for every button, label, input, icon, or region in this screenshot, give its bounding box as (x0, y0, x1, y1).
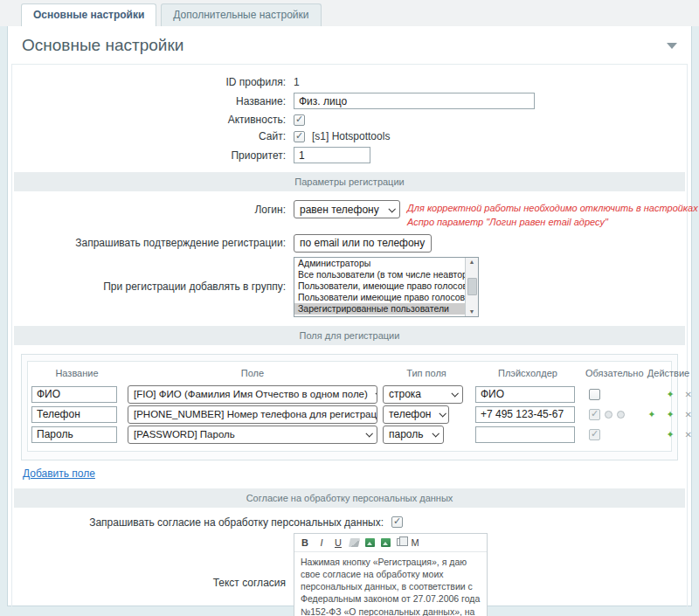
field-name-input[interactable] (31, 406, 117, 423)
field-code-select[interactable]: [PASSWORD] Пароль (128, 426, 377, 444)
scroll-up-icon[interactable]: ▲ (469, 259, 475, 266)
field-code-value: [FIO] ФИО (Фамилия Имя Отчество в одном … (134, 389, 368, 399)
field-code-select[interactable]: [PHONE_NUMBER] Номер телефона для регист… (128, 405, 377, 424)
site-value: [s1] Hotspottools (312, 130, 390, 142)
priority-input[interactable] (294, 147, 370, 163)
scroll-down-icon[interactable]: ▼ (469, 308, 475, 315)
add-field-icon[interactable]: ✦ (666, 389, 674, 400)
consent-text-area[interactable]: Нажимая кнопку «Регистрация», я даю свое… (294, 551, 487, 616)
field-name-input[interactable] (31, 386, 117, 403)
fields-table-panel: Название Поле Тип поля Плэйсхолдер Обяза… (21, 354, 678, 460)
priority-label: Приоритет: (12, 149, 294, 162)
form-body: ID профиля: 1 Название: Активность: Сайт… (11, 64, 688, 616)
field-type-value: пароль (389, 428, 424, 440)
field-code-select[interactable]: [FIO] ФИО (Фамилия Имя Отчество в одном … (128, 385, 377, 404)
chevron-down-icon (439, 410, 446, 417)
ask-consent-checkbox[interactable] (391, 516, 403, 528)
delete-field-icon[interactable]: ✕ (685, 390, 692, 399)
col-field: Поле (128, 368, 377, 378)
profile-id-value: 1 (294, 76, 300, 88)
field-placeholder-input[interactable] (475, 426, 575, 443)
scrollbar-thumb[interactable] (467, 278, 477, 295)
table-row: [PHONE_NUMBER] Номер телефона для регист… (31, 405, 668, 424)
required-checkbox[interactable] (589, 409, 600, 420)
field-type-value: телефон (389, 408, 432, 420)
chevron-down-icon (375, 390, 377, 397)
add-field-icon[interactable]: ✦ (647, 409, 655, 420)
required-checkbox[interactable] (589, 429, 600, 440)
insert-video-icon[interactable] (381, 538, 391, 547)
section-consent: Согласие на обработку персональных данны… (14, 488, 685, 508)
underline-button[interactable]: U (333, 537, 343, 548)
login-select-value: равен телефону (300, 204, 379, 216)
profile-id-label: ID профиля: (12, 76, 294, 88)
groups-listbox[interactable]: Администраторы Все пользователи (в том ч… (294, 257, 479, 317)
collapse-arrow-icon[interactable] (667, 43, 677, 49)
editor-toolbar: B I U M (294, 534, 487, 551)
section-registration-fields: Поля для регистрации (14, 326, 685, 345)
col-placeholder: Плэйсхолдер (475, 368, 580, 378)
group-option[interactable]: Пользователи, имеющие право голосовать з… (294, 280, 465, 292)
active-checkbox[interactable] (294, 114, 305, 126)
confirm-registration-label: Запрашивать подтверждение регистрации: (12, 237, 294, 249)
field-type-select[interactable]: пароль (383, 426, 444, 444)
insert-image-icon[interactable] (365, 538, 375, 547)
col-action: Действие (640, 368, 697, 378)
page-title: Основные настройки (22, 36, 183, 55)
clear-format-icon[interactable] (349, 538, 360, 547)
copy-icon[interactable] (397, 538, 404, 546)
groups-label: При регистрации добавлять в группу: (12, 280, 294, 293)
field-type-select[interactable]: строка (383, 385, 463, 404)
chevron-down-icon (365, 430, 372, 437)
italic-button[interactable]: I (316, 537, 327, 548)
name-input[interactable] (294, 93, 535, 109)
delete-field-icon[interactable]: ✕ (685, 410, 692, 419)
phone-option-radio[interactable] (617, 411, 625, 419)
field-type-select[interactable]: телефон (383, 405, 449, 424)
consent-text-label: Текст согласия (12, 577, 294, 589)
col-required: Обязательно (585, 368, 634, 378)
field-code-value: [PHONE_NUMBER] Номер телефона для регист… (134, 409, 377, 419)
name-label: Название: (12, 95, 294, 107)
delete-field-icon[interactable]: ✕ (685, 430, 692, 440)
phone-option-radio[interactable] (605, 411, 612, 419)
login-warning-note: Для корректной работы необходимо отключи… (407, 200, 699, 230)
table-row: [FIO] ФИО (Фамилия Имя Отчество в одном … (31, 385, 668, 404)
field-placeholder-input[interactable] (475, 406, 575, 423)
col-name: Название (31, 368, 122, 378)
tab-additional-settings[interactable]: Дополнительные настройки (161, 3, 321, 26)
chevron-down-icon (432, 430, 439, 437)
group-option[interactable]: Пользователи имеющие право голосовать за… (294, 292, 465, 303)
confirm-registration-select[interactable]: по email или по телефону (294, 234, 432, 253)
group-option[interactable]: Все пользователи (в том числе неавторизо… (294, 269, 465, 280)
login-label: Логин: (12, 200, 294, 216)
consent-text-editor: B I U M Нажимая кнопку «Регистрация», я … (294, 533, 488, 616)
add-field-icon[interactable]: ✦ (666, 429, 674, 440)
active-label: Активность: (12, 114, 294, 126)
field-placeholder-input[interactable] (475, 386, 575, 403)
login-select[interactable]: равен телефону (294, 200, 400, 218)
bold-button[interactable]: B (300, 537, 310, 548)
field-name-input[interactable] (31, 426, 117, 443)
confirm-select-value: по email или по телефону (300, 237, 425, 249)
chevron-down-icon (388, 205, 395, 212)
section-registration-params: Параметры регистрации (14, 172, 685, 191)
group-option[interactable]: Администраторы (294, 258, 465, 269)
tab-main-settings[interactable]: Основные настройки (21, 3, 156, 26)
spellcheck-button[interactable]: M (410, 537, 420, 548)
chevron-down-icon (451, 390, 458, 397)
add-field-icon[interactable]: ✦ (666, 409, 674, 420)
ask-consent-label: Запрашивать согласие на обработку персон… (12, 516, 391, 529)
settings-panel: Основные настройки ID профиля: 1 Названи… (7, 26, 692, 606)
col-type: Тип поля (383, 368, 470, 378)
site-checkbox[interactable] (294, 131, 305, 142)
field-code-value: [PASSWORD] Пароль (134, 429, 235, 440)
panel-header: Основные настройки (8, 26, 691, 62)
table-row: [PASSWORD] Пароль пароль ✦ ✕ (31, 426, 668, 444)
add-field-link[interactable]: Добавить поле (23, 467, 95, 480)
listbox-scrollbar[interactable]: ▲ ▼ (465, 258, 478, 316)
group-option-selected[interactable]: Зарегистрированные пользователи (294, 303, 465, 315)
required-checkbox[interactable] (589, 389, 600, 400)
fields-table-header: Название Поле Тип поля Плэйсхолдер Обяза… (31, 364, 668, 384)
site-label: Сайт: (12, 130, 294, 142)
